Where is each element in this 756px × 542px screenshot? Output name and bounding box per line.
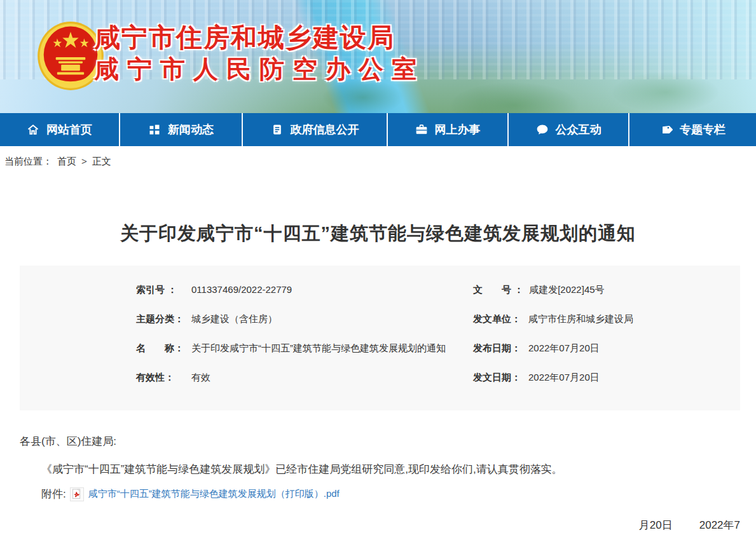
nav-item-home[interactable]: 网站首页 bbox=[0, 113, 119, 146]
document-meta-panel: 索引号 ： 011337469/2022-22779 主题分类： 城乡建设（含住… bbox=[20, 266, 740, 410]
tag-icon bbox=[660, 123, 673, 136]
meta-label: 名 称： bbox=[136, 342, 186, 355]
meta-row-issue-date: 发文日期： 2022年07月20日 bbox=[473, 372, 740, 401]
document-date-part2: 2022年7 bbox=[699, 519, 740, 531]
nav-item-gov-info[interactable]: 政府信息公开 bbox=[242, 113, 387, 146]
grid-icon bbox=[148, 123, 161, 136]
meta-label: 文 号 ： bbox=[473, 284, 523, 296]
nav-item-special-topics[interactable]: 专题专栏 bbox=[628, 113, 756, 146]
meta-row-topic-category: 主题分类： 城乡建设（含住房） bbox=[136, 313, 435, 342]
meta-row-doc-number: 文 号 ： 咸建发[2022]45号 bbox=[473, 284, 740, 313]
meta-value: 2022年07月20日 bbox=[528, 342, 600, 355]
nav-item-label: 网上办事 bbox=[435, 122, 481, 137]
meta-row-name: 名 称： 关于印发咸宁市“十四五”建筑节能与绿色建筑发展规划的通知 bbox=[136, 342, 435, 372]
nav-item-label: 专题专栏 bbox=[680, 122, 725, 137]
meta-value: 有效 bbox=[191, 372, 210, 384]
meta-row-validity: 有效性： 有效 bbox=[136, 372, 435, 401]
breadcrumb-label: 当前位置： bbox=[4, 156, 52, 166]
meta-column-right: 文 号 ： 咸建发[2022]45号 发文单位： 咸宁市住房和城乡建设局 发布日… bbox=[473, 284, 740, 401]
meta-label: 有效性： bbox=[136, 372, 186, 384]
pdf-file-icon bbox=[70, 487, 84, 501]
meta-row-issuing-unit: 发文单位： 咸宁市住房和城乡建设局 bbox=[473, 313, 740, 342]
nav-item-label: 网站首页 bbox=[46, 122, 92, 137]
nav-item-online-services[interactable]: 网上办事 bbox=[387, 113, 507, 146]
page-title: 关于印发咸宁市“十四五”建筑节能与绿色建筑发展规划的通知 bbox=[0, 221, 756, 247]
home-icon bbox=[27, 123, 39, 136]
breadcrumb-current: 正文 bbox=[92, 156, 111, 166]
document-date: 月20日2022年7 bbox=[20, 518, 740, 532]
nav-item-label: 公众互动 bbox=[556, 122, 601, 137]
meta-column-left: 索引号 ： 011337469/2022-22779 主题分类： 城乡建设（含住… bbox=[136, 284, 435, 401]
nav-item-public-interaction[interactable]: 公众互动 bbox=[507, 113, 628, 146]
meta-row-index-number: 索引号 ： 011337469/2022-22779 bbox=[136, 284, 435, 313]
nav-item-label: 新闻动态 bbox=[168, 122, 214, 137]
chat-icon bbox=[536, 123, 549, 136]
meta-value: 咸建发[2022]45号 bbox=[529, 284, 604, 296]
meta-value: 关于印发咸宁市“十四五”建筑节能与绿色建筑发展规划的通知 bbox=[191, 342, 446, 355]
meta-value: 城乡建设（含住房） bbox=[191, 313, 277, 325]
meta-label: 发文日期： bbox=[473, 372, 523, 384]
attachment-row: 附件: 咸宁市“十四五”建筑节能与绿色建筑发展规划（打印版）.pdf bbox=[41, 487, 740, 501]
site-title-block: 咸宁市住房和城乡建设局 咸宁市人民防空办公室 bbox=[94, 22, 425, 85]
document-date-part1: 月20日 bbox=[639, 519, 673, 531]
attachment-pdf-link[interactable]: 咸宁市“十四五”建筑节能与绿色建筑发展规划（打印版）.pdf bbox=[88, 488, 340, 500]
main-navigation: 网站首页 新闻动态 政府信息公开 网上办事 公众互动 专题专栏 bbox=[0, 113, 756, 146]
breadcrumb-separator: > bbox=[81, 156, 87, 166]
body-paragraph: 《咸宁市“十四五”建筑节能与绿色建筑发展规划》已经市住建局党组研究同意,现印发给… bbox=[20, 462, 740, 477]
nav-item-news[interactable]: 新闻动态 bbox=[119, 113, 242, 146]
breadcrumb: 当前位置：首页>正文 bbox=[0, 146, 756, 175]
breadcrumb-home-link[interactable]: 首页 bbox=[57, 156, 76, 166]
site-title-line1: 咸宁市住房和城乡建设局 bbox=[94, 22, 425, 53]
meta-value: 2022年07月20日 bbox=[528, 372, 600, 384]
attachment-label: 附件: bbox=[41, 487, 66, 501]
meta-label: 发布日期： bbox=[473, 342, 523, 355]
meta-label: 发文单位： bbox=[473, 313, 523, 325]
site-title-line2: 咸宁市人民防空办公室 bbox=[94, 54, 425, 85]
meta-row-publish-date: 发布日期： 2022年07月20日 bbox=[473, 342, 740, 372]
site-banner: 咸宁市住房和城乡建设局 咸宁市人民防空办公室 bbox=[0, 0, 756, 113]
meta-label: 索引号 ： bbox=[136, 284, 186, 296]
meta-value: 011337469/2022-22779 bbox=[191, 284, 292, 295]
document-icon bbox=[271, 123, 284, 136]
nav-item-label: 政府信息公开 bbox=[291, 122, 359, 137]
document-body: 各县(市、区)住建局: 《咸宁市“十四五”建筑节能与绿色建筑发展规划》已经市住建… bbox=[20, 434, 740, 532]
salutation-text: 各县(市、区)住建局: bbox=[20, 434, 740, 449]
meta-value: 咸宁市住房和城乡建设局 bbox=[528, 313, 633, 325]
briefcase-icon bbox=[415, 123, 428, 136]
meta-label: 主题分类： bbox=[136, 313, 186, 325]
